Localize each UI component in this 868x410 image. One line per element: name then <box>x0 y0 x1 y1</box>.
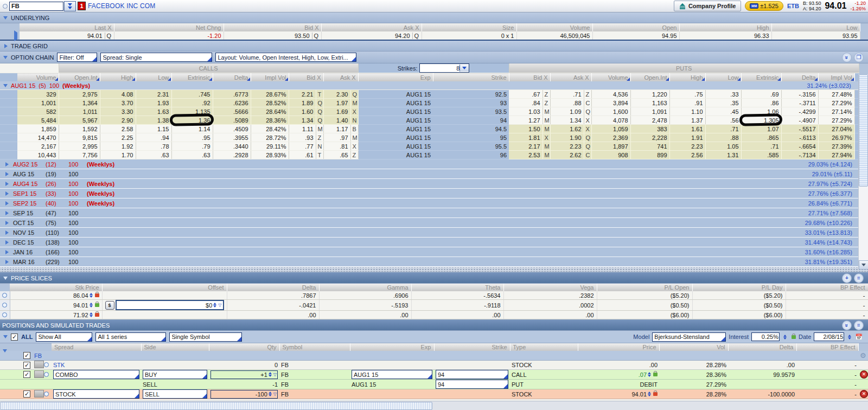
underlying-header-size[interactable]: Size <box>422 23 516 31</box>
call-impl_vol[interactable]: 28.67% <box>251 90 289 99</box>
put-extrinsic[interactable]: .865 <box>741 133 781 142</box>
put-header-implvol[interactable]: Impl Vol <box>818 73 854 82</box>
put-delta[interactable]: -.3156 <box>781 90 818 99</box>
call-ask[interactable]: 1.69 <box>323 107 350 116</box>
call-open_int[interactable]: 7,756 <box>59 151 100 159</box>
call-impl_vol[interactable]: 28.52% <box>251 99 289 107</box>
expand-arrow-icon[interactable] <box>5 260 9 264</box>
slice-bullet-icon[interactable] <box>2 303 7 308</box>
symbol-dropdown-button[interactable] <box>64 1 76 11</box>
expanded-expiration-row[interactable]: AUG1 15 (5) 100 (Weeklys) 31.24% (±3.023… <box>0 81 859 90</box>
put-low[interactable]: .35 <box>705 99 741 107</box>
expand-arrow-icon[interactable] <box>5 221 9 225</box>
put-high[interactable]: 1.37 <box>669 116 705 125</box>
put-bid[interactable]: 1.81 <box>509 133 542 142</box>
ps-header-gamma[interactable]: Gamma <box>319 284 411 291</box>
price-lock-icon[interactable] <box>95 313 99 317</box>
call-volume[interactable]: 582 <box>17 107 59 116</box>
call-bid[interactable]: 1.11 <box>289 125 316 133</box>
put-volume[interactable]: 1,059 <box>591 125 630 133</box>
collapse-arrow-icon[interactable] <box>3 84 8 87</box>
call-extrinsic[interactable]: .79 <box>171 142 213 151</box>
put-header-bid[interactable]: Bid X <box>509 73 550 82</box>
expiration-group-row[interactable]: NOV 15(110)10033.01% (±13.813) <box>0 228 859 238</box>
call-ask[interactable]: .97 <box>323 133 350 142</box>
strike-cell[interactable] <box>434 389 510 399</box>
qty-cell[interactable]: 0 <box>209 361 279 370</box>
exp-cell[interactable]: AUG1 15 <box>350 380 434 389</box>
offset-cell[interactable]: $$0▽ <box>102 300 227 311</box>
put-open_int[interactable]: 1,091 <box>630 107 669 116</box>
pos-header-symbol[interactable]: Symbol <box>279 343 350 351</box>
scrollbar-thumb[interactable] <box>0 402 432 410</box>
exp-cell[interactable] <box>350 361 434 370</box>
expiration-group-row[interactable]: AUG4 15(26)100(Weeklys)27.97% (±5.724) <box>0 179 859 189</box>
call-header-extrinsic[interactable]: Extrinsic <box>171 73 213 82</box>
call-header-low[interactable]: Low <box>136 73 171 82</box>
call-impl_vol[interactable]: 28.42% <box>251 125 289 133</box>
ps-header-stkprice[interactable]: Stk Price <box>10 284 102 291</box>
collapse-arrow-icon[interactable] <box>3 56 8 59</box>
analyze-toggle-button[interactable] <box>34 370 44 378</box>
price-spinner[interactable] <box>90 303 93 308</box>
qty-dropdown-icon[interactable]: ▽ <box>273 392 277 396</box>
call-open_int[interactable]: 2,995 <box>59 142 100 151</box>
put-header-ask[interactable]: Ask X <box>550 73 591 82</box>
call-volume[interactable]: 2,167 <box>17 142 59 151</box>
call-high[interactable]: 2.25 <box>100 133 136 142</box>
call-volume[interactable]: 10,443 <box>17 151 59 159</box>
call-extrinsic[interactable]: .95 <box>171 133 213 142</box>
all-checkbox[interactable]: ✓ <box>11 334 18 341</box>
put-delta[interactable]: -.3711 <box>781 99 818 107</box>
call-bid[interactable]: .61 <box>289 151 316 159</box>
call-ask[interactable]: 2.30 <box>323 90 350 99</box>
collapse-all-icon[interactable]: » <box>842 53 852 62</box>
pos-header-spread[interactable]: Spread <box>52 343 141 351</box>
price-lock-icon[interactable] <box>95 303 99 307</box>
put-ask[interactable]: 1.34 <box>550 116 584 125</box>
put-low[interactable]: 1.05 <box>705 142 741 151</box>
call-header-high[interactable]: High <box>100 73 136 82</box>
price-cell[interactable]: DEBIT <box>578 380 659 389</box>
spread-cell[interactable]: STOCK <box>52 389 141 399</box>
position-group-row[interactable]: ✓FB⚙ <box>0 351 868 361</box>
interest-input[interactable]: 0.25% <box>751 332 780 341</box>
vertical-scrollbar[interactable] <box>858 74 868 270</box>
call-delta[interactable]: .4509 <box>213 125 251 133</box>
row-bullet-icon[interactable] <box>44 392 49 396</box>
call-low[interactable]: 1.93 <box>136 99 171 107</box>
stock-price-cell[interactable]: 94.01 <box>10 300 102 311</box>
exp-dropdown[interactable]: AUG1 15 <box>352 370 432 379</box>
put-ask[interactable]: 2.23 <box>550 142 584 151</box>
call-header-delta[interactable]: Delta <box>213 73 251 82</box>
call-volume[interactable]: 1,001 <box>17 99 59 107</box>
put-high[interactable]: 2.56 <box>669 151 705 159</box>
group-checkbox[interactable]: ✓ <box>23 352 30 359</box>
qty-cell[interactable]: +1▽ <box>209 370 279 380</box>
offset-input[interactable]: $0▽ <box>116 300 224 310</box>
pos-header-side[interactable]: Side <box>141 343 209 351</box>
call-impl_vol[interactable]: 28.36% <box>251 116 289 125</box>
company-profile-button[interactable]: Company Profile <box>674 1 741 11</box>
group-expander[interactable] <box>0 351 22 361</box>
put-volume[interactable]: 2,369 <box>591 133 630 142</box>
put-open_int[interactable]: 899 <box>630 151 669 159</box>
ps-header-bpeffect[interactable]: BP Effect <box>786 284 868 291</box>
put-impl_vol[interactable]: 27.29% <box>818 116 854 125</box>
call-impl_vol[interactable]: 29.11% <box>251 142 289 151</box>
slice-handle[interactable] <box>0 311 10 319</box>
call-bid[interactable]: .93 <box>289 133 316 142</box>
put-impl_vol[interactable]: 27.29% <box>818 99 854 107</box>
put-open_int[interactable]: 2,478 <box>630 116 669 125</box>
symbol-input[interactable]: FB <box>9 2 63 11</box>
price-lock-icon[interactable] <box>653 373 658 376</box>
pos-header-vol[interactable]: Vol <box>659 343 728 351</box>
strikes-dropdown-button[interactable] <box>459 65 469 72</box>
underlying-header-open[interactable]: Open <box>592 23 679 31</box>
call-extrinsic[interactable]: .92 <box>171 99 213 107</box>
put-impl_vol[interactable]: 26.97% <box>818 133 854 142</box>
call-low[interactable]: 1.15 <box>136 125 171 133</box>
calendar-icon[interactable]: 📅 <box>855 334 863 341</box>
put-delta[interactable]: -.6113 <box>781 133 818 142</box>
qty-spinner[interactable] <box>269 372 272 377</box>
